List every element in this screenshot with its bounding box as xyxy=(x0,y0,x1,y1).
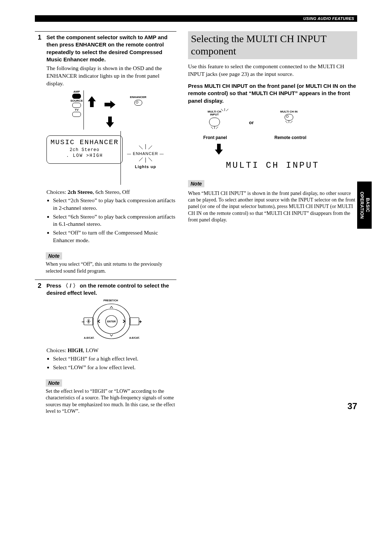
page-number: 37 xyxy=(347,400,357,412)
step1-note-text: When you select “Off”, this unit returns… xyxy=(35,261,176,274)
dpad-label-top: PRESET/CH xyxy=(103,299,118,302)
page: USING AUDIO FEATURES 1 Set the component… xyxy=(0,0,392,430)
right-note-text: When “MULTI CH INPUT” is shown in the fr… xyxy=(188,190,357,223)
step1-bullet-list: Select “2ch Stereo” to play back compres… xyxy=(46,197,176,245)
section-header-text: USING AUDIO FEATURES xyxy=(303,16,354,21)
arrow-up-icon xyxy=(86,95,98,108)
section-title: Selecting the MULTI CH INPUT component xyxy=(188,31,357,59)
step1-note-label: Note xyxy=(46,252,62,260)
dpad-label-left: A-E/CAT. xyxy=(84,336,94,339)
multich-button-remote-label: MULTI CH IN xyxy=(280,110,298,113)
multich-caption-remote: Remote control xyxy=(274,135,306,141)
press-lines-remote-icon xyxy=(284,120,294,126)
step2-choices: Choices: HIGH, LOW xyxy=(46,347,176,354)
osd-display: MUSIC ENHANCER 2ch Stereo . LOW >HIGH xyxy=(46,135,123,164)
step-1-number: 1 xyxy=(35,34,41,248)
step1-bullet-2: Select “6ch Stereo” to play back compres… xyxy=(53,213,176,228)
svg-line-6 xyxy=(139,158,143,161)
multich-arrow-down-icon xyxy=(213,143,225,155)
dpad-label-right: A-E/CAT. xyxy=(129,336,140,339)
step-1: 1 Set the component selector switch to A… xyxy=(35,34,176,248)
led-rays-top-icon xyxy=(135,144,156,151)
multich-caption-front: Front panel xyxy=(203,135,227,141)
right-intro: Use this feature to select the component… xyxy=(188,63,357,78)
multich-button-remote: MULTI CH IN xyxy=(280,110,298,127)
step-2: 2 Press 〈 / 〉 on the remote control to s… xyxy=(35,282,176,375)
step1-bullet-3: Select “Off” to turn off the Compressed … xyxy=(53,229,176,244)
selector-switch: AMP SOURCE TV xyxy=(70,90,83,118)
enhancer-button: ENHANCER xyxy=(130,95,146,106)
step-2-body: Press 〈 / 〉 on the remote control to sel… xyxy=(46,282,176,375)
diagram-divider xyxy=(83,90,84,130)
step2-rule xyxy=(35,280,176,280)
selector-button-amp xyxy=(72,94,81,99)
left-column: 1 Set the component selector switch to A… xyxy=(35,31,176,415)
svg-line-8 xyxy=(148,158,152,161)
enhancer-button-icon xyxy=(134,100,142,106)
choices2-bold: HIGH xyxy=(68,347,83,353)
selector-label-amp: AMP xyxy=(70,90,83,93)
multich-round-icon-remote xyxy=(285,114,293,121)
multich-round-icon-front xyxy=(209,118,220,126)
dpad-diagram: PRESET/CH – + A-E/CAT. A-E/CAT. xyxy=(82,300,140,343)
step2-note-text: Set the effect level to “HIGH” or “LOW” … xyxy=(35,388,176,415)
multich-button-front-label: MULTI CH INPUT xyxy=(208,110,221,116)
step2-bullet-2: Select “LOW” for a low effect level. xyxy=(53,364,176,371)
step1-note-wrap: Note xyxy=(35,250,176,261)
angle-left-icon: 〈 xyxy=(63,282,68,289)
step1-rule xyxy=(35,31,176,32)
step2-note-label: Note xyxy=(46,379,62,387)
svg-line-20 xyxy=(216,127,218,129)
enhancer-diagram: AMP SOURCE TV xyxy=(46,90,176,185)
side-tab-label: BASIC OPERATION xyxy=(359,192,370,219)
dpad-label-plus: + xyxy=(139,318,142,325)
right-instruction: Press MULTI CH INPUT on the front panel … xyxy=(188,82,357,105)
svg-line-18 xyxy=(211,127,213,129)
multich-diagram: MULTI CH INPUT or MULTI CH IN xyxy=(188,109,357,174)
right-note-label: Note xyxy=(188,180,204,187)
enhancer-led-label: ENHANCER xyxy=(133,151,158,156)
enhancer-button-label: ENHANCER xyxy=(130,95,146,99)
side-tab: BASIC OPERATION xyxy=(357,182,372,229)
enhancer-led: — ENHANCER — Lights up xyxy=(127,144,164,169)
led-rays-bottom-icon xyxy=(135,156,156,163)
choices2-rest: , LOW xyxy=(83,347,98,353)
dpad-label-minus: – xyxy=(82,318,85,325)
selector-label-tv: TV xyxy=(70,109,83,111)
osd-line3: . LOW >HIGH xyxy=(50,153,119,159)
svg-line-23 xyxy=(290,121,293,123)
step-2-number: 2 xyxy=(35,282,41,375)
choices-bold: 2ch Stereo xyxy=(68,189,93,195)
choices2-prefix: Choices: xyxy=(46,347,68,353)
osd-line2: 2ch Stereo xyxy=(50,147,119,153)
step2-note-wrap: Note xyxy=(35,377,176,388)
osd-line1: MUSIC ENHANCER xyxy=(50,138,119,147)
angle-right-icon: 〉 xyxy=(73,282,78,289)
choices-prefix: Choices: xyxy=(46,189,68,195)
content-columns: 1 Set the component selector switch to A… xyxy=(35,31,357,415)
step-2-heading: Press 〈 / 〉 on the remote control to sel… xyxy=(46,282,176,297)
step1-bullet-1: Select “2ch Stereo” to play back compres… xyxy=(53,197,176,212)
lights-up-label: Lights up xyxy=(127,164,164,169)
svg-line-5 xyxy=(148,146,152,149)
arrow-down-icon xyxy=(104,116,116,128)
step2-heading-pre: Press xyxy=(46,282,63,289)
step1-choices: Choices: 2ch Stereo, 6ch Stereo, Off xyxy=(46,188,176,196)
multich-button-front: MULTI CH INPUT xyxy=(208,110,221,133)
section-header-bar: USING AUDIO FEATURES xyxy=(35,15,357,22)
press-lines-front-icon xyxy=(210,126,219,132)
step2-bullet-1: Select “HIGH” for a high effect level. xyxy=(53,355,176,363)
multich-or: or xyxy=(249,120,254,126)
selector-button-tv xyxy=(72,112,81,117)
selector-label-source: SOURCE xyxy=(70,99,83,102)
svg-rect-13 xyxy=(130,318,139,325)
selector-button-source xyxy=(72,103,81,108)
svg-line-3 xyxy=(139,146,143,149)
svg-line-21 xyxy=(285,121,287,123)
step-1-heading: Set the component selector switch to AMP… xyxy=(46,34,176,63)
right-column: Selecting the MULTI CH INPUT component U… xyxy=(188,31,357,415)
dpad-enter-label: ENTER xyxy=(107,320,116,323)
step-1-body: Set the component selector switch to AMP… xyxy=(46,34,176,248)
arrow-right-icon xyxy=(104,98,116,111)
multich-display-text: MULTI CH INPUT xyxy=(191,160,354,171)
